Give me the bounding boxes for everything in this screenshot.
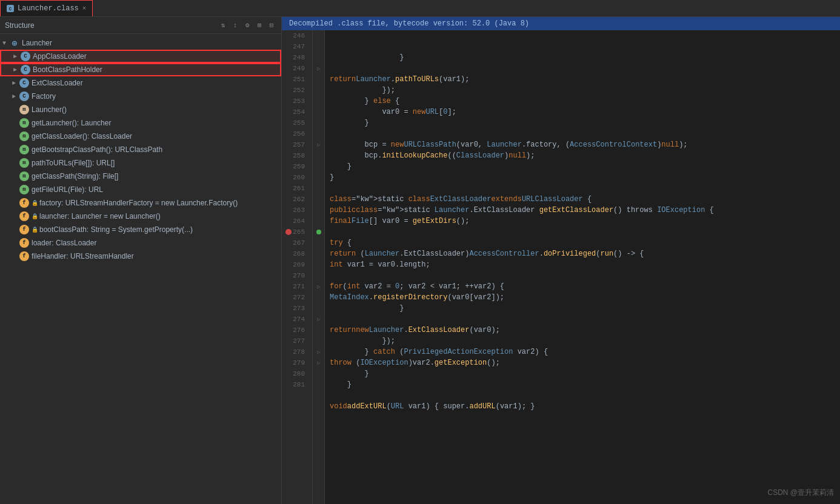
code-line-256: bcp.initLookupCache((ClassLoader)null); bbox=[330, 150, 835, 161]
code-line-271: } bbox=[330, 303, 835, 314]
collapse-icon[interactable]: ⊟ bbox=[267, 21, 276, 30]
tree-item-get-classpath[interactable]: mgetClassPath(String): File[] bbox=[0, 170, 281, 183]
tree-item-boot-classpathholder[interactable]: ►CBootClassPathHolder bbox=[0, 63, 281, 76]
code-line-261: public class="kw">static Launcher.ExtCla… bbox=[330, 205, 835, 216]
node-label-loader-field: loader: ClassLoader bbox=[32, 239, 96, 247]
line-num-277: 277 bbox=[287, 336, 307, 346]
settings-icon[interactable]: ⚙ bbox=[242, 21, 252, 30]
line-num-260: 260 bbox=[287, 172, 307, 183]
tree-item-launcher-constructor[interactable]: mLauncher() bbox=[0, 103, 281, 116]
code-line-265: return (Launcher.ExtClassLoader)AccessCo… bbox=[330, 248, 835, 259]
fold-icon[interactable]: ▷ bbox=[313, 314, 325, 325]
fold-empty bbox=[313, 205, 325, 216]
code-line-268 bbox=[330, 270, 835, 281]
node-label-ext-classloader: ExtClassLoader bbox=[32, 79, 83, 87]
fold-icon[interactable]: ▷ bbox=[313, 357, 325, 368]
node-icon-method-g: m bbox=[19, 131, 29, 141]
line-num-278: 278 bbox=[287, 346, 307, 357]
tree-arrow-boot-classpathholder[interactable]: ► bbox=[13, 67, 21, 73]
tree-item-factory-field[interactable]: f🔒factory: URLStreamHandlerFactory = new… bbox=[0, 196, 281, 210]
structure-toolbar: ⇅ ↕ ⚙ ⊞ ⊟ bbox=[218, 21, 276, 30]
tree-item-launcher-field[interactable]: f🔒launcher: Launcher = new Launcher() bbox=[0, 210, 281, 223]
node-icon-field-o: f bbox=[19, 251, 29, 261]
line-num-254: 254 bbox=[287, 107, 307, 118]
tab-label: Launcher.class bbox=[18, 4, 79, 13]
node-icon-field-o: f bbox=[19, 198, 29, 208]
launcher-class-tab[interactable]: C Launcher.class × bbox=[0, 0, 93, 16]
fold-icon[interactable]: ▷ bbox=[313, 346, 325, 357]
line-num-253: 253 bbox=[287, 96, 307, 107]
line-num-251: 251 bbox=[287, 74, 307, 85]
tree-item-get-classloader[interactable]: mgetClassLoader(): ClassLoader bbox=[0, 130, 281, 143]
node-icon-class: C bbox=[21, 51, 30, 61]
line-num-258: 258 bbox=[287, 150, 307, 161]
tree-arrow-ext-classloader[interactable]: ► bbox=[12, 80, 19, 87]
tree-item-bootclasspath-field[interactable]: f🔒bootClassPath: String = System.getProp… bbox=[0, 223, 281, 236]
node-label-get-classloader: getClassLoader(): ClassLoader bbox=[32, 132, 132, 141]
fold-empty bbox=[313, 368, 325, 379]
tree-item-get-file-url[interactable]: mgetFileURL(File): URL bbox=[0, 183, 281, 196]
fold-icon[interactable]: ▷ bbox=[313, 139, 325, 150]
code-line-252: var0 = new URL[0]; bbox=[330, 107, 835, 118]
node-label-path-to-urls: pathToURLs(File[]): URL[] bbox=[32, 159, 115, 167]
code-editor[interactable]: 2462472482492512522532542552562572582592… bbox=[282, 30, 840, 504]
tree-item-get-bootstrap-classpath[interactable]: mgetBootstrapClassPath(): URLClassPath bbox=[0, 143, 281, 156]
tree-item-filehandler-field[interactable]: ffileHandler: URLStreamHandler bbox=[0, 250, 281, 263]
line-num-269: 269 bbox=[287, 259, 307, 270]
code-line-263 bbox=[330, 227, 835, 237]
code-line-270: MetaIndex.registerDirectory(var0[var2]); bbox=[330, 292, 835, 303]
decompiled-info-text: Decompiled .class file, bytecode version… bbox=[289, 19, 529, 28]
tree-arrow-factory[interactable]: ► bbox=[12, 93, 19, 100]
node-label-launcher-root: Launcher bbox=[22, 39, 52, 47]
line-numbers-gutter: 2462472482492512522532542552562572582592… bbox=[282, 30, 313, 504]
fold-empty bbox=[313, 259, 325, 270]
code-line-280 bbox=[330, 390, 835, 401]
code-line-281: void addExtURL(URL var1) { super.addURL(… bbox=[330, 401, 835, 412]
code-line-274: }); bbox=[330, 336, 835, 346]
node-icon-method-g: m bbox=[19, 118, 29, 128]
node-label-launcher-constructor: Launcher() bbox=[32, 105, 67, 114]
fold-empty bbox=[313, 216, 325, 227]
breakpoint-icon bbox=[285, 229, 292, 235]
line-num-273: 273 bbox=[287, 303, 307, 314]
tree-item-factory[interactable]: ►CFactory bbox=[0, 90, 281, 103]
tree-item-path-to-urls[interactable]: mpathToURLs(File[]): URL[] bbox=[0, 156, 281, 170]
sort-desc-icon[interactable]: ↕ bbox=[230, 21, 240, 30]
code-line-254 bbox=[330, 128, 835, 139]
sort-asc-icon[interactable]: ⇅ bbox=[218, 21, 228, 30]
node-icon-field-o: f bbox=[19, 238, 29, 248]
node-label-factory: Factory bbox=[32, 92, 56, 101]
code-lines: } return Launcher.pathToURLs(var1); }); … bbox=[325, 30, 840, 504]
expand-icon[interactable]: ⊞ bbox=[255, 21, 264, 30]
code-line-272 bbox=[330, 314, 835, 325]
tree-item-get-launcher[interactable]: mgetLauncher(): Launcher bbox=[0, 116, 281, 130]
green-dot-icon bbox=[316, 230, 321, 234]
fold-empty bbox=[313, 30, 325, 41]
node-label-get-classpath: getClassPath(String): File[] bbox=[32, 172, 118, 181]
line-num-271: 271 bbox=[287, 281, 307, 292]
tree-item-ext-classloader[interactable]: ►CExtClassLoader bbox=[0, 76, 281, 90]
code-line-249: }); bbox=[330, 85, 835, 96]
tree-arrow-app-classloader[interactable]: ► bbox=[13, 53, 21, 60]
node-label-app-classloader: AppClassLoader bbox=[33, 52, 87, 61]
fold-icon[interactable]: ▷ bbox=[313, 281, 325, 292]
fold-empty bbox=[313, 237, 325, 248]
code-line-247 bbox=[330, 63, 835, 74]
tree-item-app-classloader[interactable]: ►CAppClassLoader bbox=[0, 50, 281, 63]
tree-arrow-launcher-root[interactable]: ▼ bbox=[2, 40, 10, 47]
tree-item-launcher-root[interactable]: ▼⊕Launcher bbox=[0, 36, 281, 50]
node-label-filehandler-field: fileHandler: URLStreamHandler bbox=[32, 252, 134, 260]
fold-empty bbox=[313, 150, 325, 161]
node-icon-method-g: m bbox=[19, 185, 29, 194]
fold-empty bbox=[313, 379, 325, 390]
fold-icon[interactable]: ▷ bbox=[313, 63, 325, 74]
line-num-264: 264 bbox=[287, 216, 307, 227]
tab-close-button[interactable]: × bbox=[82, 5, 87, 12]
tree-item-loader-field[interactable]: floader: ClassLoader bbox=[0, 236, 281, 250]
code-line-258: } bbox=[330, 172, 835, 183]
line-num-262: 262 bbox=[287, 194, 307, 205]
fold-empty bbox=[313, 118, 325, 128]
node-icon-method-g: m bbox=[19, 145, 29, 154]
structure-tree: ▼⊕Launcher►CAppClassLoader►CBootClassPat… bbox=[0, 34, 281, 504]
line-num-246: 246 bbox=[287, 30, 307, 41]
